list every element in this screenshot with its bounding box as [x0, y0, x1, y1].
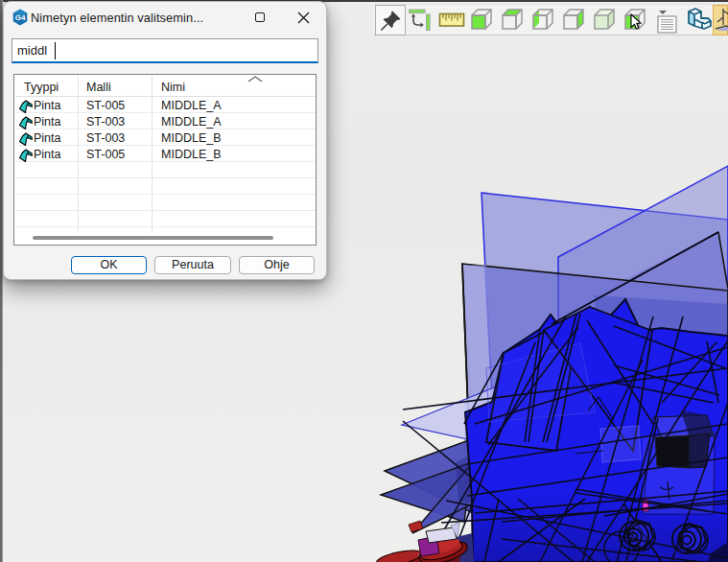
svg-text:G4: G4	[15, 13, 26, 22]
